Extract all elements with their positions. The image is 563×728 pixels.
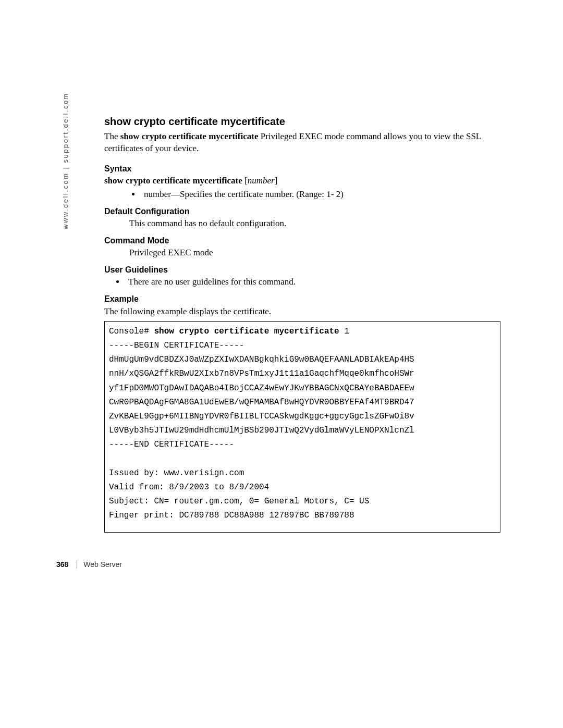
user-guidelines-heading: User Guidelines: [104, 265, 500, 275]
command-mode-heading: Command Mode: [104, 236, 500, 245]
syntax-open: [: [242, 176, 248, 186]
intro-bold: show crypto certificate mycertificate: [120, 131, 259, 141]
default-config-heading: Default Configuration: [104, 207, 500, 216]
syntax-line: show crypto certificate mycertificate [n…: [104, 176, 500, 186]
code-line: -----END CERTIFICATE-----: [109, 440, 234, 449]
default-config-text: This command has no default configuratio…: [129, 218, 500, 229]
code-line: dHmUgUm9vdCBDZXJ0aWZpZXIwXDANBgkqhkiG9w0…: [109, 355, 414, 364]
syntax-close: ]: [275, 176, 278, 186]
example-heading: Example: [104, 294, 500, 304]
code-line: nnH/xQSGA2ffkRBwU2XIxb7n8VPsTm1xyJ1t11a1…: [109, 369, 414, 378]
page-footer: 368 Web Server: [56, 560, 122, 569]
page-number: 368: [56, 560, 68, 569]
code-line: yf1FpD0MWOTgDAwIDAQABo4IBojCCAZ4wEwYJKwY…: [109, 384, 414, 393]
intro-paragraph: The show crypto certificate mycertificat…: [104, 131, 500, 155]
intro-pre: The: [104, 131, 120, 141]
code-line: Issued by: www.verisign.com: [109, 468, 244, 478]
command-mode-text: Privileged EXEC mode: [129, 248, 500, 258]
user-guidelines-bullet-1: There are no user guidelines for this co…: [125, 277, 500, 287]
syntax-arg: number: [248, 176, 275, 186]
page-content: show crypto certificate mycertificate Th…: [104, 116, 500, 533]
code-line: Subject: CN= router.gm.com, 0= General M…: [109, 497, 369, 506]
code-line: Finger print: DC789788 DC88A988 127897BC…: [109, 511, 354, 520]
code-line: ZvKBAEL9Ggp+6MIIBNgYDVR0fBIIBLTCCASkwgdK…: [109, 412, 414, 421]
code-line: L0VByb3h5JTIwU29mdHdhcmUlMjBSb290JTIwQ2V…: [109, 426, 414, 435]
syntax-cmd: show crypto certificate mycertificate: [104, 176, 242, 186]
code-line: -----BEGIN CERTIFICATE-----: [109, 341, 244, 350]
code-line: Valid from: 8/9/2003 to 8/9/2004: [109, 483, 269, 492]
code-cmd: show crypto certificate mycertificate: [154, 327, 339, 336]
syntax-heading: Syntax: [104, 164, 500, 174]
side-url: www.dell.com | support.dell.com: [62, 92, 69, 229]
code-arg: 1: [339, 327, 349, 336]
user-guidelines-bullets: There are no user guidelines for this co…: [104, 277, 500, 287]
footer-section: Web Server: [77, 560, 122, 569]
code-prompt: Console#: [109, 327, 154, 336]
example-lead: The following example displays the certi…: [104, 306, 500, 318]
section-title: show crypto certificate mycertificate: [104, 116, 500, 128]
syntax-bullet-1: number—Specifies the certificate number.…: [141, 189, 500, 200]
syntax-bullets: number—Specifies the certificate number.…: [104, 189, 500, 200]
example-code-block: Console# show crypto certificate mycerti…: [104, 321, 500, 533]
code-line: CwR0PBAQDAgFGMA8GA1UdEwEB/wQFMAMBAf8wHQY…: [109, 398, 414, 407]
